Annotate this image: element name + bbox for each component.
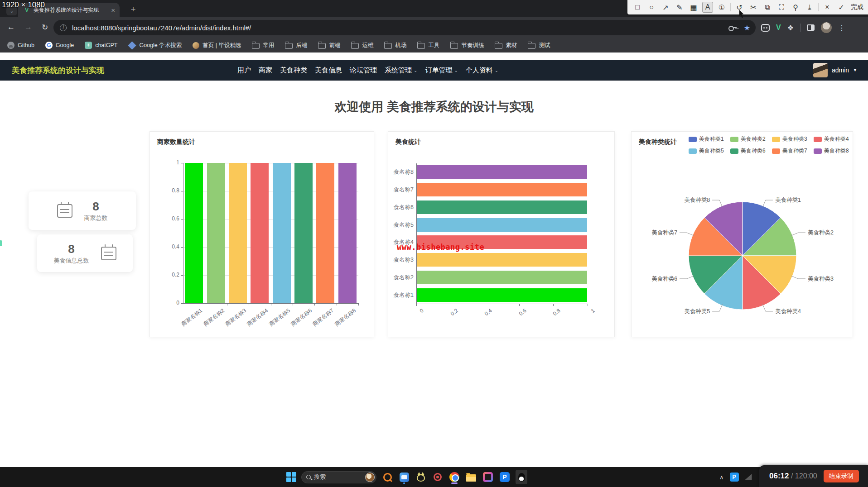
nav-item-美食种类[interactable]: 美食种类	[280, 66, 307, 75]
netease-cat-app-icon[interactable]	[415, 470, 427, 484]
vue-devtools-icon[interactable]: V	[776, 24, 781, 32]
stat-label: 美食信息总数	[54, 257, 89, 265]
bar-商家名称5	[273, 163, 291, 303]
merchant-count-chart-panel: 商家数量统计 10.80.60.40.20商家名称1商家名称2商家名称3商家名称…	[149, 131, 374, 337]
tray-p-icon[interactable]: P	[730, 473, 739, 482]
cancel-tool-icon[interactable]: ×	[822, 2, 833, 13]
url-bar[interactable]: i localhost:8080/springbootau72407e/admi…	[53, 20, 756, 35]
user-menu[interactable]: admin ▼	[813, 63, 857, 77]
back-button[interactable]: ←	[7, 23, 15, 32]
url-text[interactable]: localhost:8080/springbootau72407e/admin/…	[72, 24, 728, 32]
bookmark-item[interactable]: 节奏训练	[450, 42, 484, 49]
translate-tool-icon[interactable]: ⧉	[762, 2, 773, 13]
done-tool-icon[interactable]: ✓	[836, 2, 847, 13]
password-key-icon[interactable]	[728, 25, 737, 30]
scholar-icon	[128, 41, 136, 49]
bookmark-item[interactable]: 工具	[417, 42, 439, 49]
pie-label: 美食种类6	[651, 276, 677, 282]
stat-value: 8	[84, 200, 108, 213]
caret-down-icon: ▼	[853, 68, 857, 72]
bookmark-item[interactable]: Github	[7, 42, 34, 49]
pycharm-icon[interactable]: P	[499, 470, 511, 484]
chevron-down-icon: ⌄	[414, 68, 417, 73]
qq-app-icon[interactable]	[516, 470, 527, 484]
food-stat-chart-panel: 美食统计 美食名称1美食名称2美食名称3美食名称4美食名称5美食名称6美食名称7…	[388, 131, 615, 337]
bookmark-item[interactable]: 运维	[351, 42, 373, 49]
split-screen-icon[interactable]	[807, 24, 815, 31]
browser-menu-icon[interactable]: ⋮	[838, 24, 845, 32]
folder-icon	[351, 43, 359, 49]
screen: ⌄ V 美食推荐系统的设计与实现 × + 1920 × 1080 □○↗✎▦A①…	[0, 0, 868, 487]
arrow-tool-icon[interactable]: ↗	[660, 2, 671, 13]
bookmark-item[interactable]: 首页 | 毕设精选	[193, 42, 241, 49]
file-explorer-icon[interactable]	[465, 470, 477, 484]
bookmark-item[interactable]: Google 学术搜索	[128, 42, 182, 49]
chrome-app-icon[interactable]	[448, 470, 460, 484]
extensions-puzzle-icon[interactable]: ❖	[787, 24, 794, 32]
bar-商家名称6	[294, 163, 313, 303]
toolbar-divider	[800, 24, 800, 32]
bookmark-item[interactable]: 前端	[318, 42, 340, 49]
chevron-down-icon: ⌄	[495, 68, 498, 73]
download-tool-icon[interactable]: ⤓	[804, 2, 815, 13]
scissors-tool-icon[interactable]: ✂	[748, 2, 759, 13]
nav-item-美食信息[interactable]: 美食信息	[315, 66, 342, 75]
mosaic-tool-icon[interactable]: ▦	[688, 2, 699, 13]
bookmark-item[interactable]: 测试	[528, 42, 550, 49]
bookmark-item[interactable]: ✳chatGPT	[85, 42, 117, 49]
pen-tool-icon[interactable]: ✎	[674, 2, 685, 13]
bookmark-item[interactable]: 机场	[384, 42, 406, 49]
stat-card-merchant-total: 8 商家总数	[29, 191, 136, 230]
bar-美食名称2	[417, 271, 587, 284]
forward-button[interactable]: →	[24, 23, 32, 32]
bookmark-label: 测试	[539, 42, 550, 49]
app-navbar: 美食推荐系统的设计与实现 用户商家美食种类美食信息论坛管理系统管理⌄订单管理⌄个…	[0, 60, 868, 81]
tab-close-icon[interactable]: ×	[111, 7, 115, 14]
stop-recording-button[interactable]: 结束录制	[824, 470, 859, 482]
bar-商家名称8	[338, 163, 357, 303]
adblock-extension-icon[interactable]	[761, 24, 770, 32]
nav-item-商家[interactable]: 商家	[259, 66, 272, 75]
nav-item-论坛管理[interactable]: 论坛管理	[350, 66, 377, 75]
spiral-app-icon[interactable]	[432, 470, 444, 484]
rectangle-tool-icon[interactable]: □	[632, 2, 643, 13]
photos-app-icon[interactable]	[398, 470, 410, 484]
bookmark-star-icon[interactable]: ★	[744, 24, 750, 32]
y-axis-label: 美食名称2	[393, 274, 414, 281]
x-axis-tick: 0.6	[518, 307, 528, 317]
bookmark-item[interactable]: GGoogle	[45, 42, 74, 49]
app-nav-menu: 用户商家美食种类美食信息论坛管理系统管理⌄订单管理⌄个人资料⌄	[237, 66, 498, 75]
stat-card-food-total: 8 美食信息总数	[37, 234, 133, 272]
search-placeholder: 搜索	[314, 473, 362, 481]
ocr-tool-icon[interactable]: ⛶	[776, 2, 787, 13]
step-number-tool-icon[interactable]: ①	[716, 2, 727, 13]
start-button[interactable]	[286, 472, 296, 482]
done-label[interactable]: 完成	[851, 3, 863, 11]
user-name: admin	[832, 67, 849, 74]
tray-app-icon[interactable]	[745, 474, 752, 480]
nav-item-订单管理[interactable]: 订单管理⌄	[425, 66, 458, 75]
bookmark-item[interactable]: 后端	[285, 42, 307, 49]
bookmark-item[interactable]: 素材	[495, 42, 517, 49]
reload-button[interactable]: ↻	[42, 23, 48, 32]
site-info-icon[interactable]: i	[60, 24, 67, 31]
browser-profile-avatar[interactable]	[821, 22, 832, 33]
everything-app-icon[interactable]	[381, 470, 393, 484]
text-tool-icon[interactable]: A	[702, 2, 713, 13]
tray-chevron-icon[interactable]: ∧	[719, 474, 724, 481]
bookmark-item[interactable]: 常用	[252, 42, 274, 49]
nav-item-个人资料[interactable]: 个人资料⌄	[466, 66, 498, 75]
nav-item-系统管理[interactable]: 系统管理⌄	[385, 66, 417, 75]
search-highlight-image[interactable]	[365, 473, 375, 482]
toolbar-separator	[818, 3, 819, 11]
intellij-idea-icon[interactable]	[482, 470, 494, 484]
bookmark-label: 运维	[362, 42, 373, 49]
taskbar-search[interactable]: 搜索	[301, 471, 376, 483]
new-tab-button[interactable]: +	[128, 4, 139, 15]
y-axis-label: 美食名称1	[393, 291, 414, 299]
pin-tool-icon[interactable]: ⚲	[790, 2, 801, 13]
nav-item-用户[interactable]: 用户	[237, 66, 251, 75]
folder-icon	[450, 43, 458, 49]
folder-icon	[528, 43, 535, 49]
ellipse-tool-icon[interactable]: ○	[646, 2, 657, 13]
